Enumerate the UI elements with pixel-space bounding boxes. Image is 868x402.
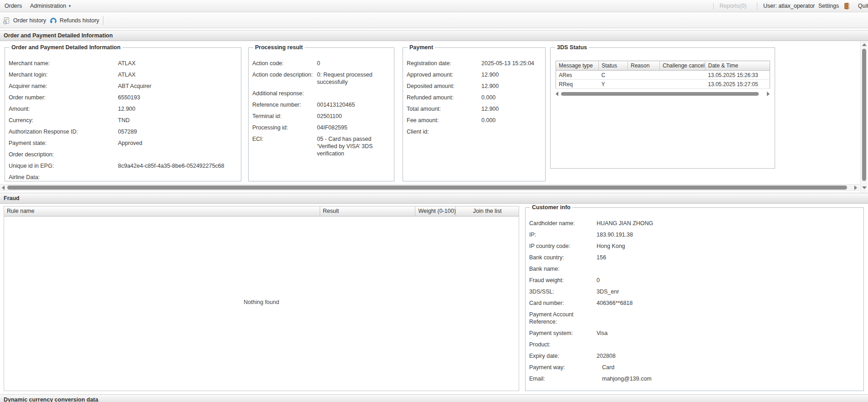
threeds-hscrollbar[interactable] [556,91,770,97]
refunds-history-button[interactable]: Refunds history [47,15,101,26]
field-reference-number: Reference number:001413120465 [252,101,389,108]
cell-reason [628,80,660,89]
threeds-col-date-time[interactable]: Date & Time [705,61,770,71]
field-label: Cardholder name: [529,220,597,227]
field-label: Additional response: [252,90,317,97]
field-label: Unique id in EPG: [9,162,118,170]
field-label: Merchant name: [9,60,118,67]
field-cardholder-name: Cardholder name:HUANG JIAN ZHONG [529,220,859,227]
field-fraud-weight: Fraud weight:0 [529,277,859,284]
field-label: Action code description: [252,71,317,86]
threeds-col-status[interactable]: Status [599,61,628,71]
menu-item-quit[interactable]: Quit [858,0,868,12]
field-value: 0 [317,60,389,67]
field-value: 12.900 [481,105,541,113]
field-expiry-date: Expiry date:202808 [529,352,859,360]
field-action-code: Action code:0 [252,60,389,67]
field-card-number: Card number:406366**6818 [529,299,859,307]
fieldset-processing-result: Processing result Action code:0 Action c… [248,44,394,181]
door-exit-icon[interactable] [843,3,850,10]
threeds-col-challenge-cancel[interactable]: Challenge cancel [660,61,705,71]
field-merchant-login: Merchant login:ATLAX [9,71,236,78]
field-label: Refunded amount: [407,94,481,101]
field-label: Total amount: [407,105,481,113]
field-value: HUANG JIAN ZHONG [597,220,859,227]
field-airline-data: Airline Data: [9,174,236,181]
processing-result-legend: Processing result [253,44,305,51]
top-panel-vscrollbar[interactable] [860,41,868,193]
fraud-col-rule-name[interactable]: Rule name [4,206,320,216]
field-label: Approved amount: [407,71,481,78]
field-label: Reference number: [252,101,317,108]
field-unique-id-epg: Unique id in EPG:8c9a42e4-c85f-4a35-8be6… [9,162,236,170]
refunds-history-icon [49,17,57,25]
menu-item-orders[interactable]: Orders [5,0,22,12]
field-label: Order description: [9,151,118,158]
cell-challenge-cancel [660,71,705,80]
field-additional-response: Additional response: [252,90,389,97]
field-label: Action code: [252,60,317,67]
scrollbar-thumb[interactable] [862,49,866,181]
scrollbar-thumb[interactable] [7,186,847,190]
field-bank-name: Bank name: [529,265,859,273]
payment-legend: Payment [408,44,435,51]
field-value [597,341,859,348]
threeds-col-reason[interactable]: Reason [628,61,660,71]
fieldset-order-details: Order and Payment Detailed Information M… [5,44,241,181]
scroll-left-icon[interactable] [2,186,5,190]
scroll-right-icon[interactable] [767,92,770,96]
menubar-separator [713,3,714,10]
field-value: ABT Acquirer [118,82,236,90]
field-value: 0 [597,277,859,284]
menu-item-settings[interactable]: Settings [818,0,839,12]
menu-item-administration[interactable]: Administration▼ [30,0,71,12]
field-payment-system: Payment system:Visa [529,330,859,337]
field-value [118,174,236,181]
customer-info-legend: Customer info [530,204,572,211]
menu-item-reports[interactable]: Reports(0) [720,0,746,12]
field-label: Order number: [9,94,118,101]
chevron-down-icon: ▼ [68,0,71,12]
top-panel-hscrollbar[interactable] [0,184,860,191]
field-value: 156 [597,254,859,261]
field-label: Bank name: [529,265,597,273]
fieldset-customer-info: Customer info Cardholder name:HUANG JIAN… [525,204,864,391]
field-bank-country: Bank country:156 [529,254,859,261]
threeds-col-message-type[interactable]: Message type [556,61,599,71]
fraud-col-result[interactable]: Result [320,206,416,216]
threeds-row[interactable]: RReq Y 13.05.2025 15:27:05 [556,80,770,89]
scrollbar-thumb[interactable] [561,92,759,96]
field-label: Currency: [9,117,118,124]
order-details-legend: Order and Payment Detailed Information [10,44,123,51]
order-history-icon [3,17,10,25]
menubar: Orders Administration▼ Reports(0) User: … [0,0,868,12]
nothing-found-text: Nothing found [4,299,519,305]
threeds-row[interactable]: ARes C 13.05.2025 15:26:33 [556,71,770,80]
field-value: 12.900 [118,105,236,113]
field-deposited-amount: Deposited amount:12.900 [407,82,541,90]
field-terminal-id: Terminal id:02501100 [252,113,389,120]
field-processing-id: Processing id:04IF082595 [252,124,389,131]
field-label: Expiry date: [529,352,597,360]
field-value: TND [118,117,236,124]
field-amount: Amount:12.900 [9,105,236,113]
field-label: Acquirer name: [9,82,118,90]
field-label: Client id: [407,128,481,135]
order-history-button[interactable]: Order history [1,15,48,26]
scroll-up-icon[interactable] [862,43,867,46]
field-label: Card number: [529,299,597,307]
field-value: 0.000 [481,94,541,101]
fraud-col-join-list[interactable]: Join the list [456,206,519,216]
field-3ds-ssl: 3DS/SSL:3DS_enr [529,288,859,295]
field-label: Payment state: [9,139,118,147]
scroll-down-icon[interactable] [862,186,867,189]
scroll-right-icon[interactable] [854,186,857,190]
field-value: 3DS_enr [597,288,859,295]
field-value: 406366**6818 [597,299,859,307]
field-action-code-description: Action code description:0: Request proce… [252,71,389,86]
field-acquirer-name: Acquirer name:ABT Acquirer [9,82,236,90]
scroll-left-icon[interactable] [556,92,558,96]
field-value: 05 - Card has passed ‘Verified by VISA’ … [317,135,389,157]
fraud-col-weight[interactable]: Weight (0-100) [415,206,456,216]
field-value: mahjong@139.com [597,375,859,382]
